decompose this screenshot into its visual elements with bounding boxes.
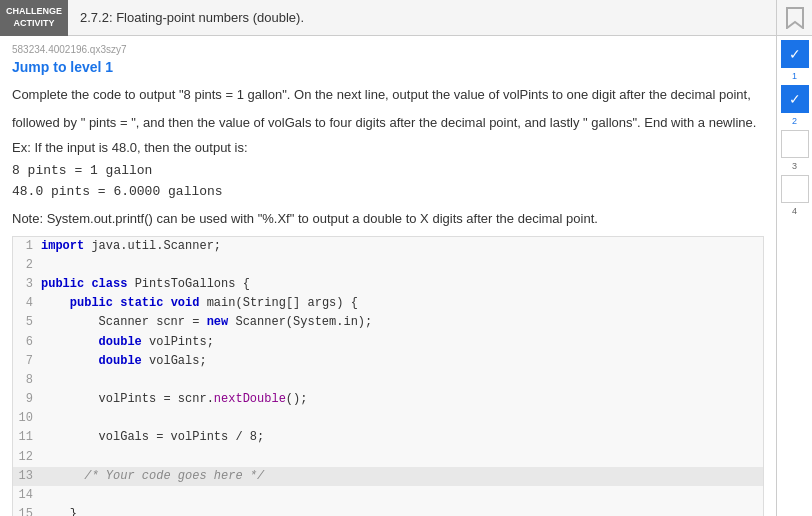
bookmark-button[interactable] [776,0,812,36]
level-2-label: 2 [792,117,797,126]
code-line-10: 10 [13,409,763,428]
code-line-2: 2 [13,256,763,275]
main-container: 583234.4002196.qx3szy7 Jump to level 1 C… [0,36,812,516]
description-line1: Complete the code to output "8 pints = 1… [12,85,764,105]
code-line-15: 15 } [13,505,763,516]
right-sidebar: ✓ 1 ✓ 2 3 4 [776,36,812,516]
code-line-1: 1 import java.util.Scanner; [13,237,763,256]
level-1-label: 1 [792,72,797,81]
code-line-8: 8 [13,371,763,390]
description-line2: followed by " pints = ", and then the va… [12,113,764,133]
code-line-13: 13 /* Your code goes here */ [13,467,763,486]
output-example: 8 pints = 1 gallon 48.0 pints = 6.0000 g… [12,161,764,203]
note-text: Note: System.out.printf() can be used wi… [12,211,764,226]
level-2-button[interactable]: ✓ [781,85,809,113]
bookmark-icon [786,7,804,29]
level-1-button[interactable]: ✓ [781,40,809,68]
output-line1: 8 pints = 1 gallon [12,161,764,182]
level-3-label: 3 [792,162,797,171]
code-editor[interactable]: 1 import java.util.Scanner; 2 3 public c… [12,236,764,516]
code-line-6: 6 double volPints; [13,333,763,352]
code-line-4: 4 public static void main(String[] args)… [13,294,763,313]
output-line2: 48.0 pints = 6.0000 gallons [12,182,764,203]
check-icon-2: ✓ [789,91,801,107]
top-bar: CHALLENGE ACTIVITY 2.7.2: Floating-point… [0,0,812,36]
code-line-11: 11 volGals = volPints / 8; [13,428,763,447]
jump-to-level[interactable]: Jump to level 1 [12,59,764,75]
content-area: 583234.4002196.qx3szy7 Jump to level 1 C… [0,36,776,516]
level-3-button[interactable] [781,130,809,158]
code-line-9: 9 volPints = scnr.nextDouble(); [13,390,763,409]
example-label: Ex: If the input is 48.0, then the outpu… [12,140,764,155]
level-4-button[interactable] [781,175,809,203]
code-line-5: 5 Scanner scnr = new Scanner(System.in); [13,313,763,332]
code-line-14: 14 [13,486,763,505]
code-line-12: 12 [13,448,763,467]
check-icon-1: ✓ [789,46,801,62]
svg-marker-0 [787,8,803,28]
code-line-7: 7 double volGals; [13,352,763,371]
level-4-label: 4 [792,207,797,216]
code-line-3: 3 public class PintsToGallons { [13,275,763,294]
challenge-activity-badge: CHALLENGE ACTIVITY [0,0,68,36]
page-title: 2.7.2: Floating-point numbers (double). [68,10,776,25]
session-id: 583234.4002196.qx3szy7 [12,44,764,55]
